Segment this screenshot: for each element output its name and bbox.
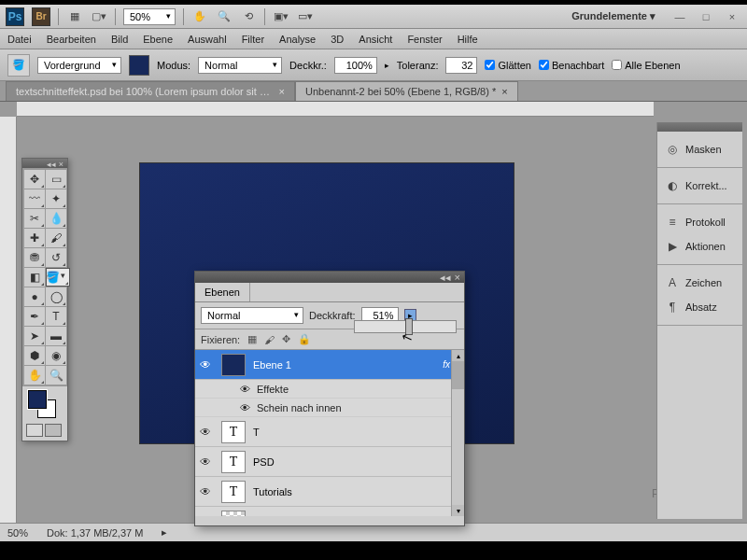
layer-row[interactable]: 👁 T Tutorials — [195, 477, 464, 507]
lock-position-icon[interactable]: ✥ — [282, 333, 290, 345]
screen-mode-icon[interactable]: ▭▾ — [297, 8, 314, 25]
layer-name[interactable]: PSD — [251, 456, 464, 468]
visibility-icon[interactable]: 👁 — [195, 455, 216, 469]
arrange-docs-icon[interactable]: ▣▾ — [273, 8, 289, 25]
history-brush-tool[interactable]: ↺ — [46, 248, 66, 267]
paint-bucket-icon[interactable]: 🪣 — [7, 54, 30, 77]
menu-hilfe[interactable]: Hilfe — [458, 34, 478, 45]
eyedropper-tool[interactable]: 💧 — [46, 209, 66, 228]
layers-panel[interactable]: ◂◂× Ebenen Normal Deckkraft: ▸ Fixieren:… — [194, 271, 465, 526]
launch-icon[interactable]: ▦ — [66, 8, 83, 25]
zoom-tool[interactable]: 🔍 — [46, 366, 66, 385]
dock-item-history[interactable]: ≡Protokoll — [661, 210, 739, 234]
blend-mode-select[interactable]: Normal — [198, 57, 282, 74]
dock-item-paragraph[interactable]: ¶Absatz — [661, 295, 739, 319]
workspace-select[interactable]: Grundelemente ▾ — [564, 7, 663, 25]
bridge-logo-icon[interactable]: Br — [32, 7, 50, 26]
quick-mask-toggle[interactable] — [22, 422, 67, 441]
scrollbar[interactable]: ▴▾ — [451, 350, 464, 516]
type-tool[interactable]: T — [46, 307, 66, 326]
layer-blend-select[interactable]: Normal — [201, 307, 303, 324]
paint-bucket-tool[interactable]: 🪣 — [46, 268, 70, 287]
brush-tool[interactable]: 🖌 — [46, 229, 66, 247]
foreground-color-swatch[interactable] — [28, 390, 47, 409]
layer-thumbnail[interactable]: T — [221, 481, 246, 503]
fx-badge[interactable]: fx — [443, 359, 450, 370]
shape-tool[interactable]: ▬ — [46, 327, 66, 345]
layer-name[interactable]: Logo-PSD-weiss — [251, 516, 464, 517]
3d-tool[interactable]: ⬢ — [24, 346, 45, 365]
ruler-horizontal[interactable] — [17, 102, 654, 117]
pen-tool[interactable]: ✒ — [24, 307, 45, 326]
layer-row[interactable]: 👁 Logo-PSD-weiss — [195, 507, 464, 516]
status-zoom[interactable]: 50% — [7, 527, 28, 539]
lock-all-icon[interactable]: 🔒 — [298, 333, 311, 345]
menu-analyse[interactable]: Analyse — [279, 34, 316, 45]
menu-ebene[interactable]: Ebene — [143, 34, 173, 45]
path-select-tool[interactable]: ➤ — [24, 327, 45, 345]
menu-3d[interactable]: 3D — [331, 34, 344, 45]
dock-collapse-bar[interactable] — [657, 122, 742, 132]
contiguous-checkbox[interactable]: Benachbart — [539, 60, 604, 71]
document-tab[interactable]: textschnitteffekt.psd bei 100% (Lorem ip… — [6, 81, 295, 101]
menu-fenster[interactable]: Fenster — [407, 34, 442, 45]
layer-row[interactable]: 👁 T PSD — [195, 447, 464, 477]
rotate-view-icon[interactable]: ⟲ — [240, 8, 257, 25]
layer-name[interactable]: Tutorials — [251, 486, 464, 497]
3d-camera-tool[interactable]: ◉ — [46, 346, 66, 365]
close-button[interactable]: × — [723, 9, 741, 24]
layer-row[interactable]: 👁 T T — [195, 417, 464, 447]
hand-tool-icon[interactable]: ✋ — [191, 8, 208, 25]
close-tab-icon[interactable]: × — [501, 86, 507, 97]
visibility-icon[interactable]: 👁 — [195, 358, 216, 371]
maximize-button[interactable]: □ — [697, 9, 715, 24]
minimize-button[interactable]: — — [670, 9, 689, 24]
move-tool[interactable]: ✥ — [24, 170, 45, 189]
visibility-icon[interactable]: 👁 — [195, 515, 216, 517]
layers-tab[interactable]: Ebenen — [195, 283, 250, 301]
dock-item-actions[interactable]: ▶Aktionen — [661, 234, 739, 259]
layer-fx-row[interactable]: 👁Schein nach innen — [195, 399, 464, 417]
all-layers-checkbox[interactable]: Alle Ebenen — [612, 60, 680, 71]
view-extras-icon[interactable]: ▢▾ — [91, 8, 107, 25]
layer-name[interactable]: Ebene 1 — [251, 359, 443, 371]
visibility-icon[interactable]: 👁 — [195, 426, 216, 439]
fill-source-select[interactable]: Vordergrund — [37, 57, 121, 74]
layer-thumbnail[interactable] — [221, 354, 246, 376]
eraser-tool[interactable]: ◧ — [24, 268, 45, 287]
opacity-input[interactable] — [334, 57, 377, 74]
menu-ansicht[interactable]: Ansicht — [359, 34, 392, 45]
zoom-select[interactable]: 50% — [123, 8, 176, 25]
panel-close-icon[interactable]: × — [455, 272, 460, 283]
close-tab-icon[interactable]: × — [279, 86, 285, 97]
color-swatches[interactable] — [22, 386, 67, 422]
dodge-tool[interactable]: ◯ — [46, 287, 66, 306]
crop-tool[interactable]: ✂ — [24, 209, 45, 228]
visibility-icon[interactable]: 👁 — [238, 384, 251, 395]
menu-bild[interactable]: Bild — [111, 34, 128, 45]
pattern-swatch[interactable] — [129, 55, 149, 76]
menu-datei[interactable]: Datei — [7, 34, 32, 45]
dock-item-adjustments[interactable]: ◐Korrekt... — [661, 174, 739, 198]
document-tab[interactable]: Unbenannt-2 bei 50% (Ebene 1, RGB/8) *× — [295, 81, 518, 101]
tools-panel[interactable]: ◂◂ × ✥ ▭ 〰 ✦ ✂ 💧 ✚ 🖌 ⛃ ↺ ◧ 🪣 ● ◯ ✒ T ➤ ▬… — [21, 158, 68, 441]
dock-item-masks[interactable]: ◎Masken — [661, 137, 739, 161]
ruler-vertical[interactable] — [0, 117, 17, 523]
layer-thumbnail[interactable]: T — [221, 451, 246, 473]
layer-thumbnail[interactable]: T — [221, 421, 246, 443]
tools-panel-header[interactable]: ◂◂ × — [22, 159, 67, 168]
layer-fx-row[interactable]: 👁Effekte — [195, 380, 464, 399]
layer-thumbnail[interactable] — [221, 511, 246, 517]
healing-tool[interactable]: ✚ — [24, 229, 45, 247]
lock-transparency-icon[interactable]: ▦ — [247, 333, 257, 345]
visibility-icon[interactable]: 👁 — [238, 402, 251, 413]
antialias-checkbox[interactable]: Glätten — [485, 60, 530, 71]
zoom-tool-icon[interactable]: 🔍 — [216, 8, 233, 25]
quick-select-tool[interactable]: ✦ — [46, 189, 66, 208]
dock-item-character[interactable]: AZeichen — [661, 271, 739, 295]
tolerance-input[interactable] — [445, 57, 477, 74]
status-doc-size[interactable]: Dok: 1,37 MB/2,37 M — [47, 527, 143, 539]
hand-tool[interactable]: ✋ — [24, 366, 45, 385]
lasso-tool[interactable]: 〰 — [24, 189, 45, 208]
menu-bearbeiten[interactable]: Bearbeiten — [47, 34, 96, 45]
